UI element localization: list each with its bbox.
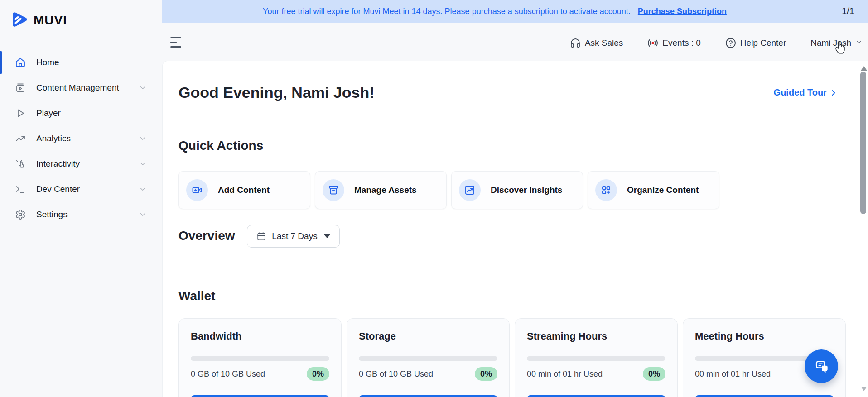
wallet-card-title: Storage — [359, 330, 497, 342]
chat-fab-button[interactable] — [805, 349, 838, 383]
streaming-hours-card: Streaming Hours 00 min of 01 hr Used 0% — [515, 318, 678, 397]
chevron-down-icon — [139, 185, 147, 193]
quick-action-label: Discover Insights — [491, 185, 562, 195]
progress-bar — [191, 356, 329, 361]
scrollbar-thumb[interactable] — [860, 72, 866, 214]
add-content-card[interactable]: Add Content — [178, 171, 310, 209]
dev-center-icon — [15, 184, 26, 195]
chevron-down-icon — [139, 134, 147, 143]
chevron-down-icon — [139, 84, 147, 92]
chevron-down-icon — [139, 210, 147, 219]
events-label: Events : 0 — [662, 38, 701, 48]
events-button[interactable]: Events : 0 — [647, 38, 701, 48]
guided-tour-label: Guided Tour — [774, 87, 827, 98]
content-management-icon — [15, 82, 26, 93]
usage-text: 00 min of 01 hr Used — [527, 369, 603, 379]
discover-insights-card[interactable]: Discover Insights — [451, 171, 583, 209]
scrollbar-up-arrow[interactable] — [861, 66, 867, 71]
wallet-action-button[interactable] — [695, 395, 834, 397]
usage-percent-badge: 0% — [307, 367, 329, 381]
wallet-title: Wallet — [178, 289, 215, 303]
discover-insights-icon — [459, 179, 481, 201]
wallet-card-title: Bandwidth — [191, 330, 329, 342]
sidebar-item-label: Interactivity — [36, 159, 80, 169]
greeting-heading: Good Evening, Nami Josh! — [178, 84, 375, 101]
date-range-dropdown[interactable]: Last 7 Days — [247, 225, 340, 248]
organize-content-card[interactable]: Organize Content — [588, 171, 719, 209]
overview-title: Overview — [178, 229, 235, 243]
settings-icon — [15, 209, 26, 220]
chevron-down-icon — [139, 160, 147, 168]
caret-down-icon — [324, 234, 330, 238]
chevron-right-icon — [829, 88, 838, 97]
wallet-action-button[interactable] — [527, 395, 665, 397]
usage-text: 0 GB of 10 GB Used — [359, 369, 433, 379]
headphones-icon — [570, 38, 581, 48]
live-events-icon — [647, 38, 658, 48]
ask-sales-button[interactable]: Ask Sales — [570, 38, 623, 48]
usage-text: 00 min of 01 hr Used — [695, 369, 771, 379]
sidebar-item-interactivity[interactable]: Interactivity — [0, 151, 162, 177]
home-icon — [15, 57, 26, 68]
storage-card: Storage 0 GB of 10 GB Used 0% — [347, 318, 510, 397]
usage-percent-badge: 0% — [475, 367, 497, 381]
brand-name: MUVI — [34, 13, 67, 28]
calendar-icon — [256, 231, 266, 241]
quick-action-label: Manage Assets — [354, 185, 417, 195]
manage-assets-card[interactable]: Manage Assets — [315, 171, 447, 209]
sidebar-item-home[interactable]: Home — [0, 50, 162, 75]
brand-logo[interactable]: MUVI — [9, 9, 67, 32]
muvi-dashboard: MUVI Home Content Management — [0, 0, 868, 397]
player-icon — [15, 108, 26, 119]
wallet-card-title: Streaming Hours — [527, 330, 665, 342]
manage-assets-icon — [323, 179, 344, 201]
muvi-logo-icon — [9, 9, 29, 32]
scrollbar-down-arrow[interactable] — [861, 387, 867, 391]
sidebar-item-dev-center[interactable]: Dev Center — [0, 177, 162, 202]
quick-actions-row: Add Content Manage Assets Discover Insig… — [178, 171, 719, 209]
sidebar-item-label: Content Management — [36, 83, 119, 93]
interactivity-icon — [15, 158, 26, 169]
ask-sales-label: Ask Sales — [585, 38, 623, 48]
bandwidth-card: Bandwidth 0 GB of 10 GB Used 0% — [178, 318, 342, 397]
sidebar-nav: Home Content Management Player — [0, 50, 162, 227]
sidebar-item-analytics[interactable]: Analytics — [0, 126, 162, 151]
analytics-icon — [15, 133, 26, 144]
wallet-action-button[interactable] — [191, 395, 329, 397]
organize-content-icon — [595, 179, 617, 201]
wallet-action-button[interactable] — [359, 395, 497, 397]
active-indicator — [0, 51, 2, 74]
sidebar-item-label: Home — [36, 57, 59, 67]
sidebar: MUVI Home Content Management — [0, 0, 162, 397]
usage-text: 0 GB of 10 GB Used — [191, 369, 265, 379]
purchase-subscription-link[interactable]: Purchase Subscription — [638, 7, 727, 16]
wallet-cards-row: Bandwidth 0 GB of 10 GB Used 0% Storage … — [178, 318, 846, 397]
sidebar-item-player[interactable]: Player — [0, 100, 162, 126]
help-center-label: Help Center — [740, 38, 786, 48]
banner-pager: 1/1 — [842, 6, 854, 16]
header-actions: Ask Sales Events : 0 Help Center Nami Jo… — [570, 33, 863, 53]
user-menu[interactable]: Nami Josh — [810, 38, 863, 48]
add-content-icon — [186, 179, 208, 201]
sidebar-item-content-management[interactable]: Content Management — [0, 75, 162, 100]
hamburger-menu-icon[interactable] — [170, 37, 181, 49]
progress-bar — [527, 356, 665, 361]
sidebar-item-label: Analytics — [36, 134, 71, 143]
progress-bar — [359, 356, 497, 361]
guided-tour-link[interactable]: Guided Tour — [774, 87, 838, 98]
sidebar-item-label: Settings — [36, 210, 68, 220]
trial-banner-message: Your free trial will expire for Muvi Mee… — [263, 7, 631, 16]
trial-banner: Your free trial will expire for Muvi Mee… — [162, 0, 868, 23]
date-range-value: Last 7 Days — [272, 231, 317, 241]
wallet-card-title: Meeting Hours — [695, 330, 834, 342]
quick-action-label: Organize Content — [627, 185, 699, 195]
sidebar-item-label: Dev Center — [36, 184, 80, 194]
sidebar-item-settings[interactable]: Settings — [0, 202, 162, 227]
user-name: Nami Josh — [810, 38, 851, 48]
sidebar-item-label: Player — [36, 108, 61, 118]
quick-action-label: Add Content — [218, 185, 270, 195]
help-center-button[interactable]: Help Center — [725, 38, 786, 48]
quick-actions-title: Quick Actions — [178, 139, 263, 153]
chevron-down-icon — [855, 38, 863, 48]
usage-percent-badge: 0% — [643, 367, 665, 381]
